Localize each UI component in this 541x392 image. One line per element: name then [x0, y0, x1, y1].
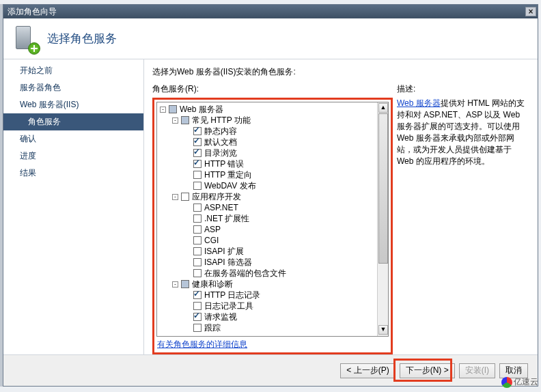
- tree-node[interactable]: 默认文档: [160, 137, 377, 148]
- checkbox[interactable]: [181, 193, 189, 201]
- tree-node-label: HTTP 错误: [204, 160, 244, 168]
- tree-scrollbar[interactable]: ▲ ▼: [377, 102, 388, 336]
- checkbox[interactable]: [193, 127, 202, 135]
- checkbox[interactable]: [193, 247, 202, 255]
- tree-node-label: WebDAV 发布: [204, 182, 256, 190]
- watermark-logo-icon: [501, 377, 512, 388]
- tree-node[interactable]: CGI: [160, 235, 377, 246]
- checkbox[interactable]: [193, 291, 202, 299]
- prev-button[interactable]: < 上一步(P): [340, 363, 395, 378]
- wizard-header: 选择角色服务: [3, 18, 538, 59]
- tree-node-label: 目录浏览: [204, 149, 237, 157]
- install-button: 安装(I): [459, 363, 495, 378]
- page-title: 选择角色服务: [47, 31, 117, 46]
- tree-node[interactable]: WebDAV 发布: [160, 180, 377, 191]
- tree-node-label: .NET 扩展性: [204, 214, 249, 223]
- tree-node-label: 请求监视: [204, 313, 237, 321]
- tree-node[interactable]: 静态内容: [160, 126, 377, 137]
- sidebar-item[interactable]: Web 服务器(IIS): [3, 96, 143, 113]
- tree-node-label: 常见 HTTP 功能: [192, 116, 251, 124]
- checkbox[interactable]: [169, 105, 177, 113]
- titlebar: 添加角色向导 ×: [3, 5, 538, 18]
- checkbox[interactable]: [193, 204, 202, 212]
- scroll-up-icon[interactable]: ▲: [378, 103, 388, 113]
- tree-node-label: ISAPI 扩展: [204, 247, 244, 255]
- checkbox[interactable]: [193, 269, 202, 277]
- tree-node[interactable]: 请求监视: [160, 311, 377, 322]
- checkbox[interactable]: [193, 258, 202, 266]
- tree-node[interactable]: ISAPI 扩展: [160, 246, 377, 257]
- checkbox[interactable]: [193, 138, 202, 146]
- tree-node-label: 默认文档: [204, 138, 237, 146]
- tree-node[interactable]: .NET 扩展性: [160, 213, 377, 224]
- tree-node[interactable]: ASP: [160, 224, 377, 235]
- tree-node[interactable]: -Web 服务器: [160, 104, 377, 115]
- close-icon[interactable]: ×: [525, 7, 536, 16]
- role-services-tree[interactable]: -Web 服务器-常见 HTTP 功能静态内容默认文档目录浏览HTTP 错误HT…: [156, 102, 389, 337]
- checkbox[interactable]: [193, 160, 202, 168]
- checkbox[interactable]: [181, 280, 189, 288]
- sidebar-item[interactable]: 角色服务: [3, 113, 143, 130]
- watermark: 亿速云: [501, 376, 538, 388]
- tree-node[interactable]: 目录浏览: [160, 148, 377, 158]
- sidebar-item[interactable]: 进度: [3, 148, 143, 165]
- tree-node-label: 应用程序开发: [192, 193, 241, 201]
- description-link[interactable]: Web 服务器: [397, 98, 441, 108]
- role-services-highlight: -Web 服务器-常见 HTTP 功能静态内容默认文档目录浏览HTTP 错误HT…: [152, 98, 393, 354]
- scroll-down-icon[interactable]: ▼: [378, 325, 388, 335]
- role-details-link[interactable]: 有关角色服务的详细信息: [157, 339, 391, 350]
- sidebar-item[interactable]: 结果: [3, 165, 143, 182]
- wizard-steps-sidebar: 开始之前服务器角色Web 服务器(IIS)角色服务确认进度结果: [3, 59, 144, 354]
- tree-node[interactable]: HTTP 错误: [160, 158, 377, 169]
- watermark-text: 亿速云: [514, 376, 538, 388]
- checkbox[interactable]: [193, 182, 202, 190]
- checkbox[interactable]: [193, 171, 202, 179]
- tree-node-label: Web 服务器: [180, 105, 223, 113]
- tree-node-label: 静态内容: [204, 127, 237, 135]
- description-label: 描述:: [397, 83, 529, 95]
- next-button[interactable]: 下一步(N) >: [400, 363, 455, 378]
- checkbox[interactable]: [181, 116, 189, 124]
- tree-node[interactable]: 在服务器端的包含文件: [160, 268, 377, 279]
- role-services-label: 角色服务(R):: [152, 83, 393, 95]
- checkbox[interactable]: [193, 225, 202, 234]
- tree-node[interactable]: -常见 HTTP 功能: [160, 115, 377, 126]
- tree-node-label: 健康和诊断: [192, 280, 233, 288]
- tree-node-label: 日志记录工具: [204, 302, 253, 310]
- tree-node-label: HTTP 重定向: [204, 171, 252, 179]
- dialog-window: 添加角色向导 × 选择角色服务 开始之前服务器角色Web 服务器(IIS)角色服…: [3, 4, 538, 387]
- sidebar-item[interactable]: 确认: [3, 130, 143, 148]
- tree-node-label: CGI: [204, 236, 219, 244]
- tree-node[interactable]: HTTP 重定向: [160, 169, 377, 180]
- expand-icon[interactable]: -: [172, 281, 178, 288]
- checkbox[interactable]: [193, 214, 202, 223]
- checkbox[interactable]: [193, 236, 202, 244]
- tree-node[interactable]: 日志记录工具: [160, 300, 377, 311]
- expand-icon[interactable]: -: [172, 117, 178, 124]
- expand-icon[interactable]: -: [172, 194, 178, 200]
- checkbox[interactable]: [193, 149, 202, 157]
- checkbox[interactable]: [193, 313, 202, 321]
- prompt-text: 选择为Web 服务器(IIS)安装的角色服务:: [152, 66, 529, 78]
- tree-node-label: ISAPI 筛选器: [204, 258, 252, 266]
- description-text: Web 服务器提供对 HTML 网站的支持和对 ASP.NET、ASP 以及 W…: [397, 98, 529, 167]
- checkbox[interactable]: [193, 302, 202, 310]
- checkbox[interactable]: [193, 324, 202, 332]
- expand-icon[interactable]: -: [160, 107, 166, 113]
- tree-node[interactable]: -应用程序开发: [160, 191, 377, 202]
- window-title: 添加角色向导: [8, 6, 57, 18]
- sidebar-item[interactable]: 开始之前: [3, 62, 143, 79]
- tree-node-label: ASP: [204, 225, 221, 234]
- main-panel: 选择为Web 服务器(IIS)安装的角色服务: 角色服务(R): -Web 服务…: [144, 59, 538, 354]
- tree-node[interactable]: HTTP 日志记录: [160, 290, 377, 300]
- description-body: 提供对 HTML 网站的支持和对 ASP.NET、ASP 以及 Web 服务器扩…: [397, 98, 525, 166]
- scroll-thumb[interactable]: [378, 113, 388, 264]
- tree-node-label: 跟踪: [204, 324, 221, 332]
- tree-node[interactable]: ISAPI 筛选器: [160, 257, 377, 268]
- sidebar-item[interactable]: 服务器角色: [3, 79, 143, 96]
- server-add-icon: [13, 25, 39, 53]
- tree-node[interactable]: -健康和诊断: [160, 279, 377, 290]
- tree-node[interactable]: 跟踪: [160, 322, 377, 333]
- tree-node[interactable]: ASP.NET: [160, 202, 377, 213]
- wizard-footer: < 上一步(P) 下一步(N) > 安装(I) 取消: [3, 354, 538, 386]
